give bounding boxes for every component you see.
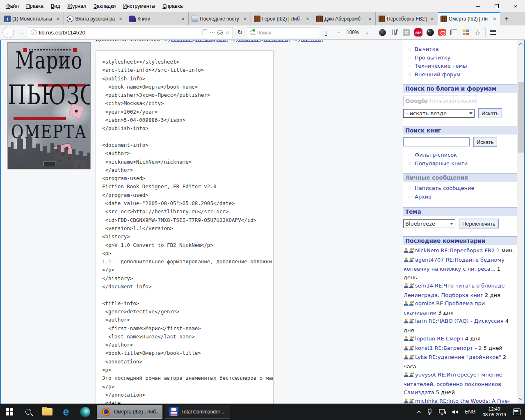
- adblock-plus-icon[interactable]: ABP: [413, 27, 424, 38]
- sidebar-link[interactable]: Написать сообщение: [415, 185, 474, 192]
- new-tab-button[interactable]: +: [500, 12, 513, 25]
- tab-omerta-active[interactable]: Омерта (fb2) | Ли ×: [438, 12, 500, 25]
- palette-extension-icon[interactable]: [461, 27, 471, 38]
- comment-username[interactable]: konst1: [415, 345, 433, 351]
- theme-select[interactable]: Bluebreeze: [403, 219, 455, 228]
- comment-title-link[interactable]: RE:удаление "двойников": [429, 354, 501, 360]
- zoom-out-button[interactable]: −: [333, 27, 345, 38]
- sidebar-toggle-icon[interactable]: [449, 27, 459, 38]
- tab-close-icon[interactable]: ×: [118, 16, 123, 22]
- language-indicator[interactable]: ENG: [463, 404, 477, 420]
- menu-bookmarks[interactable]: Закладки: [90, 2, 119, 11]
- tab-knigi[interactable]: Книги ×: [126, 12, 188, 25]
- noscript-extension-icon[interactable]: [377, 27, 388, 38]
- comment-username[interactable]: lopotun: [415, 336, 435, 342]
- screenshot-extension-icon[interactable]: [437, 27, 447, 38]
- tab-abercrombie[interactable]: Джо Аберкромб ×: [313, 12, 375, 25]
- sidebar-link[interactable]: Фильтр-список: [415, 152, 457, 158]
- url-text[interactable]: lib.rus.ec/b/114520: [39, 30, 200, 36]
- bookmark-star-icon[interactable]: ☆: [225, 30, 230, 36]
- zoom-level[interactable]: 100%: [346, 30, 360, 35]
- comment-username[interactable]: ogmios: [415, 300, 434, 306]
- pocket-icon[interactable]: [217, 30, 223, 35]
- tab-close-icon[interactable]: ×: [368, 16, 372, 22]
- privacy-badger-icon[interactable]: [425, 27, 436, 38]
- tab-close-icon[interactable]: ×: [430, 16, 435, 22]
- menu-file[interactable]: Файл: [2, 2, 23, 11]
- reload-button[interactable]: ↻: [234, 27, 246, 38]
- hamburger-menu-icon[interactable]: [488, 27, 498, 38]
- tab-facebook[interactable]: f (1) Моментальны ×: [1, 12, 64, 25]
- google-search-input[interactable]: Google Пользовательского п: [403, 96, 477, 106]
- reader-mode-icon[interactable]: [203, 30, 207, 35]
- library-icon[interactable]: [389, 27, 400, 38]
- comment-title-link[interactable]: RE:Багрепорт - 2: [434, 345, 482, 351]
- scroll-up-icon[interactable]: [519, 43, 523, 46]
- search-bar[interactable]: Поиск: [247, 27, 319, 38]
- comment-title-link[interactable]: RE:Пересборка FB2: [441, 247, 495, 253]
- book-search-button[interactable]: Искать: [473, 137, 497, 147]
- disabled-extension-icon[interactable]: [401, 27, 412, 38]
- comment-title-link[interactable]: RE:Смерч: [437, 336, 463, 342]
- forward-button[interactable]: →: [15, 27, 27, 38]
- sidebar-link[interactable]: Вычитка: [415, 46, 439, 52]
- tab-peresborka[interactable]: Пересборка FB2 | ×: [375, 12, 438, 25]
- comment-username[interactable]: Lyka: [415, 354, 427, 360]
- tray-expand-button[interactable]: [415, 404, 423, 420]
- comment-username[interactable]: NickNem: [415, 247, 439, 253]
- sidebar-link[interactable]: Технические темы: [415, 63, 467, 69]
- downloads-button[interactable]: ↓: [320, 27, 332, 38]
- blog-search-button[interactable]: Искать: [478, 108, 502, 118]
- fb2-info-link[interactable]: (fb2-info): [298, 40, 323, 42]
- comment-username[interactable]: michhka: [415, 398, 438, 404]
- comment-username[interactable]: larin: [415, 318, 427, 324]
- menu-tools[interactable]: Инструменты: [119, 2, 159, 11]
- zoom-in-button[interactable]: +: [361, 27, 373, 38]
- menu-edit[interactable]: Правка: [23, 2, 47, 11]
- bookmark-add-icon[interactable]: ☆+: [472, 27, 483, 38]
- clock[interactable]: 12:49 08.05.2019: [479, 406, 509, 418]
- sidebar-link[interactable]: Архив: [415, 194, 431, 200]
- action-center-button[interactable]: [511, 404, 523, 420]
- url-bar[interactable]: i lib.rus.ec/b/114520 ⋯ ☆: [28, 27, 233, 38]
- maximize-button[interactable]: [487, 0, 506, 12]
- tab-close-icon[interactable]: ×: [305, 16, 310, 22]
- site-info-icon[interactable]: i: [31, 30, 37, 35]
- tab-close-icon[interactable]: ×: [492, 16, 497, 22]
- back-button[interactable]: ←: [2, 27, 14, 38]
- blog-search-scope-select[interactable]: – искать везде: [403, 109, 475, 118]
- book-search-input[interactable]: [403, 137, 470, 146]
- menu-view[interactable]: Вид: [47, 2, 64, 11]
- page-scrollbar[interactable]: [517, 40, 524, 404]
- minimize-button[interactable]: [468, 0, 487, 12]
- comment-title-link[interactable]: RE:ЧАВО (FAQ) - Дискуссия: [429, 318, 504, 324]
- taskbar-search-button[interactable]: [19, 404, 38, 420]
- blog-link[interactable]: (ссылка для блога): [236, 40, 290, 42]
- network-tray-icon[interactable]: [437, 404, 448, 420]
- comment-username[interactable]: yuvysot: [415, 372, 436, 378]
- volume-tray-icon[interactable]: [450, 404, 461, 420]
- total-commander-task-button[interactable]: Total Commander ...: [165, 405, 230, 419]
- menu-help[interactable]: Справка: [159, 2, 186, 11]
- page-actions-icon[interactable]: ⋯: [210, 30, 215, 36]
- tab-elita[interactable]: K Элита русской ра ×: [64, 12, 126, 25]
- usb-tray-icon[interactable]: [425, 404, 435, 420]
- sidebar-link[interactable]: Внешний форум: [415, 71, 461, 78]
- start-button[interactable]: [0, 404, 19, 420]
- sidebar-link[interactable]: Про вычитку: [415, 55, 450, 61]
- sidebar-link[interactable]: Популярные книги: [415, 160, 468, 167]
- menu-history[interactable]: Журнал: [64, 2, 90, 11]
- scrollbar-thumb[interactable]: [518, 82, 524, 153]
- media-app-button[interactable]: [75, 404, 94, 420]
- forum-link[interactable]: (ссылка для форума): [169, 40, 228, 42]
- tab-poslednie[interactable]: Последние посту ×: [188, 12, 251, 25]
- comment-username[interactable]: agent4707: [415, 257, 444, 263]
- tab-close-icon[interactable]: ×: [243, 16, 248, 22]
- scroll-down-icon[interactable]: [519, 397, 523, 400]
- tab-geroi[interactable]: Герои (fb2) | Либ ×: [251, 12, 313, 25]
- close-button[interactable]: ×: [506, 0, 525, 12]
- theme-switch-button[interactable]: Переключить: [459, 219, 499, 228]
- firefox-task-button[interactable]: Омерта (fb2) | Либ...: [97, 405, 162, 419]
- file-explorer-button[interactable]: [38, 404, 57, 420]
- comment-username[interactable]: sem14: [415, 283, 433, 289]
